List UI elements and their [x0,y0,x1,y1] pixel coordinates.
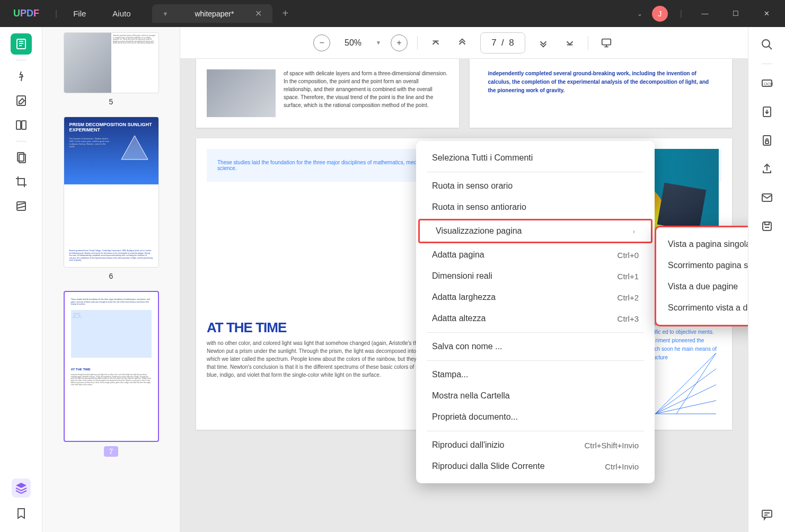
tab-chevron-icon: ▼ [163,11,169,17]
svg-rect-12 [602,39,611,45]
svg-point-13 [762,40,770,47]
divider [16,60,27,60]
view-toolbar: − 50% ▼ + [180,27,748,59]
divider: | [680,9,682,19]
ctx-print[interactable]: Stampa... [416,364,655,385]
line-art [650,348,719,416]
bookmark-button[interactable] [11,503,32,524]
ocr-button[interactable]: OCR [757,74,777,93]
redact-tool[interactable] [11,196,32,217]
divider [427,172,644,172]
organize-tool[interactable] [11,147,32,168]
page-text: of space with delicate layers and form a… [284,69,448,117]
comments-panel-button[interactable] [757,505,777,524]
chevron-right-icon: › [633,227,635,235]
submenu-two-page[interactable]: Vista a due pagine [656,276,748,297]
search-button[interactable] [757,35,777,54]
ctx-select-all-comments[interactable]: Seleziona Tutti i Commenti [416,147,655,169]
svg-text:OCR: OCR [764,82,773,86]
account-dropdown-icon[interactable]: ⌄ [637,10,642,17]
divider [427,332,644,333]
right-tool-rail: OCR [748,27,785,532]
svg-rect-18 [765,141,769,144]
new-tab-button[interactable]: + [282,7,288,20]
thumb-number: 6 [109,272,113,280]
comment-tool[interactable] [11,66,32,87]
svg-text:B: B [75,315,75,316]
divider: | [55,9,57,19]
share-button[interactable] [757,159,777,179]
thumbnail-page-5[interactable]: direction and other factors of the point… [64,32,159,93]
thumbnails-panel: direction and other factors of the point… [42,27,180,532]
submenu-two-scroll[interactable]: Scorrimento vista a due pagine [656,297,748,318]
titlebar: UPDF | File Aiuto ▼ whitepaper* ✕ + ⌄ J … [0,0,785,27]
divider [417,36,418,50]
svg-rect-2 [16,121,21,129]
tab-title: whitepaper* [195,10,234,18]
ctx-show-folder[interactable]: Mostra nella Cartella [416,385,655,406]
zoom-value: 50% [340,38,366,48]
ctx-save-as[interactable]: Salva con nome ... [416,336,655,357]
svg-rect-20 [763,222,771,230]
page-text: independently completed several ground-b… [480,69,722,95]
document-tab[interactable]: ▼ whitepaper* ✕ [152,4,273,23]
ctx-fit-width[interactable]: Adatta larghezzaCtrl+2 [416,287,655,308]
page-number-input[interactable] [480,32,525,54]
page-view-submenu: Vista a pagina singola Scorrimento pagin… [655,226,748,326]
ctx-play-from-start[interactable]: Riproduci dall'inizioCtrl+Shift+Invio [416,435,655,456]
first-page-button[interactable] [427,34,444,51]
next-page-button[interactable] [535,34,552,51]
layers-button[interactable] [12,478,31,498]
thumbnail-page-7[interactable]: These studies laid the foundation for th… [64,291,159,442]
page-image [207,69,276,117]
maximize-button[interactable]: ☐ [725,6,746,22]
svg-rect-3 [22,121,26,129]
page-preview: independently completed several ground-b… [470,59,733,128]
divider [588,36,588,50]
svg-marker-7 [121,136,148,159]
email-button[interactable] [757,188,777,207]
protect-button[interactable] [757,131,777,150]
minimize-button[interactable]: — [694,6,716,22]
zoom-dropdown-icon[interactable]: ▼ [376,40,381,46]
content-area: − 50% ▼ + of space with delicate layers … [180,27,748,532]
context-menu: Seleziona Tutti i Commenti Ruota in sens… [416,141,655,483]
page-tool[interactable] [11,114,32,136]
svg-rect-21 [762,510,772,517]
divider [16,141,27,141]
edit-tool[interactable] [11,90,32,111]
presentation-button[interactable] [598,34,615,51]
close-button[interactable]: ✕ [756,6,777,22]
ctx-play-from-current[interactable]: Riproduci dalla Slide CorrenteCtrl+Invio [416,456,655,477]
ctx-fit-page[interactable]: Adatta paginaCtrl+0 [416,244,655,265]
reader-tool[interactable] [11,33,32,55]
divider [762,64,772,64]
page-preview: of space with delicate layers and form a… [196,59,459,128]
divider [427,431,644,431]
tab-close-icon[interactable]: ✕ [255,8,262,19]
ctx-page-view[interactable]: Visualizzazione pagina› [420,220,651,242]
zoom-in-button[interactable]: + [391,34,408,51]
zoom-out-button[interactable]: − [313,34,330,51]
ctx-rotate-cw[interactable]: Ruota in senso orario [416,175,655,197]
prev-page-button[interactable] [454,34,471,51]
thumbnail-page-6[interactable]: PRISM DECOMPOSITION SUNLIGHT EXPERIMENT … [64,117,159,268]
ctx-doc-properties[interactable]: Proprietà documento... [416,406,655,428]
user-avatar[interactable]: J [652,6,668,22]
svg-text:M: M [78,315,78,316]
menu-file[interactable]: File [60,9,99,18]
convert-button[interactable] [757,102,777,121]
last-page-button[interactable] [561,34,578,51]
submenu-single-page[interactable]: Vista a pagina singola [656,234,748,255]
divider [427,360,644,361]
submenu-single-scroll[interactable]: Scorrimento pagina singola [656,255,748,276]
menu-help[interactable]: Aiuto [99,9,144,18]
ctx-actual-size[interactable]: Dimensioni realiCtrl+1 [416,265,655,287]
thumb-number: 5 [109,97,113,106]
ctx-fit-height[interactable]: Adatta altezzaCtrl+3 [416,308,655,329]
app-logo: UPDF [13,8,39,19]
crop-tool[interactable] [11,171,32,192]
left-tool-rail [0,27,42,532]
ctx-rotate-ccw[interactable]: Ruota in senso antiorario [416,197,655,218]
save-button[interactable] [757,217,777,236]
